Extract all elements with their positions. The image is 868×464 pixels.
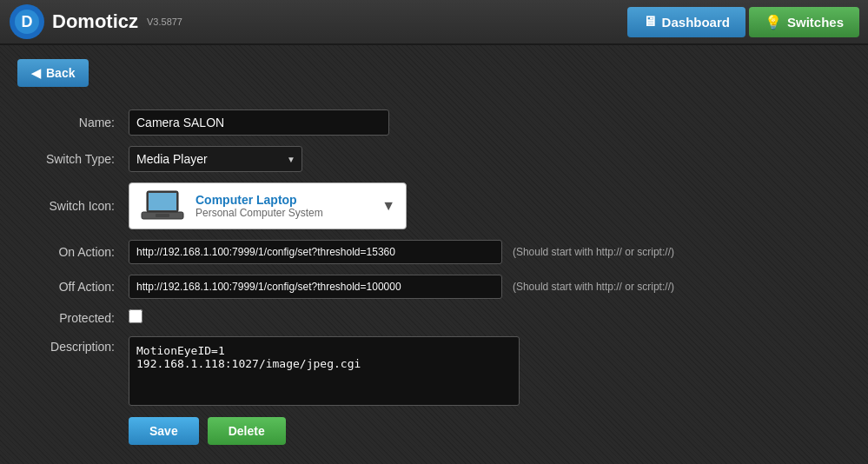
name-row: Name: — [17, 104, 851, 141]
icon-description: Personal Computer System — [195, 207, 374, 219]
icon-dropdown-arrow: ▼ — [381, 198, 395, 214]
svg-text:D: D — [22, 13, 33, 30]
off-action-label: Off Action: — [17, 269, 122, 304]
nav-buttons: 🖥 Dashboard 💡 Switches — [627, 7, 859, 37]
switches-icon: 💡 — [765, 14, 782, 30]
switch-icon-row: Switch Icon: — [17, 177, 851, 235]
svg-rect-4 — [149, 193, 176, 210]
dashboard-label: Dashboard — [662, 15, 730, 30]
description-input[interactable]: MotionEyeID=1 192.168.1.118:1027/image/j… — [129, 336, 520, 406]
dashboard-button[interactable]: 🖥 Dashboard — [627, 7, 745, 37]
off-action-row: Off Action: (Should start with http:// o… — [17, 269, 851, 304]
protected-label: Protected: — [17, 304, 122, 331]
delete-button[interactable]: Delete — [208, 417, 286, 445]
protected-checkbox[interactable] — [129, 309, 142, 323]
settings-form: Name: Switch Type: Media Player On/Off D… — [17, 104, 851, 414]
dashboard-icon: 🖥 — [643, 14, 657, 30]
content-area: ◀ Back Name: Switch Type: Media Player O — [0, 45, 868, 459]
switch-icon-label: Switch Icon: — [17, 177, 122, 235]
switch-type-row: Switch Type: Media Player On/Off Dimmer … — [17, 141, 851, 177]
logo-icon: D — [9, 3, 45, 40]
back-button[interactable]: ◀ Back — [17, 59, 89, 87]
on-action-label: On Action: — [17, 235, 122, 269]
switches-label: Switches — [787, 15, 844, 30]
back-label: Back — [46, 66, 75, 80]
icon-selector[interactable]: Computer Laptop Personal Computer System… — [129, 182, 407, 229]
switches-button[interactable]: 💡 Switches — [749, 7, 859, 37]
save-button[interactable]: Save — [129, 417, 199, 445]
on-action-hint: (Should start with http:// or script://) — [513, 246, 674, 258]
icon-info: Computer Laptop Personal Computer System — [195, 193, 374, 219]
name-input[interactable] — [129, 109, 389, 136]
logo-title: Domoticz — [52, 10, 138, 33]
switch-type-select[interactable]: Media Player On/Off Dimmer Motion Sensor… — [129, 146, 302, 172]
off-action-hint: (Should start with http:// or script://) — [513, 281, 674, 293]
description-row: Description: MotionEyeID=1 192.168.1.118… — [17, 331, 851, 414]
logo-version: V3.5877 — [147, 17, 182, 27]
switch-type-label: Switch Type: — [17, 141, 122, 177]
logo-area: D Domoticz V3.5877 — [9, 3, 627, 40]
icon-name: Computer Laptop — [195, 193, 374, 207]
name-label: Name: — [17, 104, 122, 141]
icon-preview — [140, 189, 185, 223]
protected-row: Protected: — [17, 304, 851, 331]
description-label: Description: — [17, 331, 122, 414]
switch-type-wrapper: Media Player On/Off Dimmer Motion Sensor… — [129, 146, 302, 172]
svg-rect-6 — [156, 214, 169, 217]
on-action-input[interactable] — [129, 240, 502, 264]
action-buttons: Save Delete — [129, 417, 851, 445]
laptop-icon — [140, 189, 185, 222]
off-action-input[interactable] — [129, 275, 502, 299]
header: D Domoticz V3.5877 🖥 Dashboard 💡 Switche… — [0, 0, 868, 45]
on-action-row: On Action: (Should start with http:// or… — [17, 235, 851, 269]
back-chevron-icon: ◀ — [31, 66, 41, 80]
